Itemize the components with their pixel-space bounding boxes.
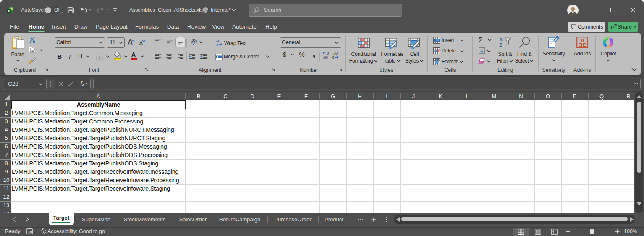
svg-text:0: 0: [327, 51, 329, 55]
svg-text:Z: Z: [499, 42, 502, 47]
svg-text:A: A: [499, 37, 503, 42]
svg-text:.00: .00: [323, 55, 328, 60]
svg-text:c: c: [216, 43, 218, 46]
svg-text:x: x: [8, 9, 10, 13]
